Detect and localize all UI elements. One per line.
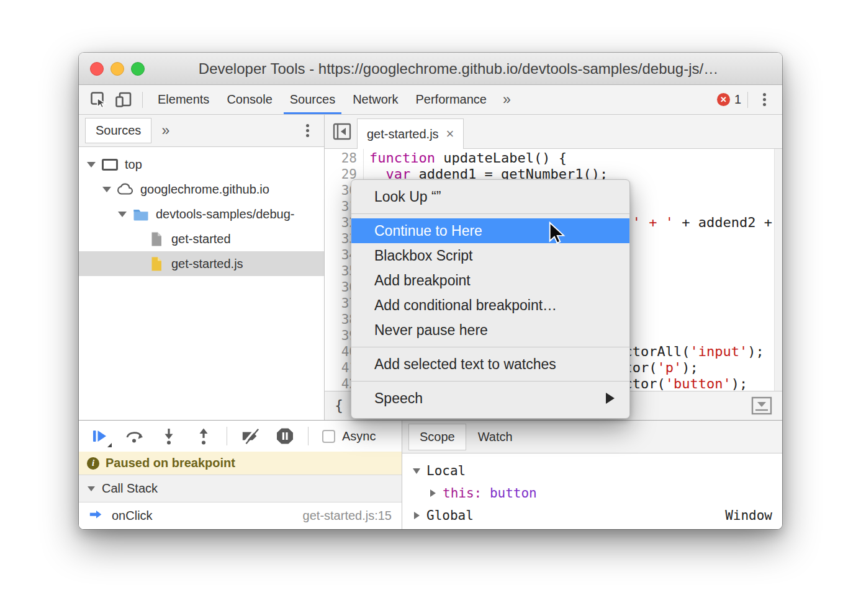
error-badge[interactable]: ✕ 1: [717, 92, 741, 107]
editor-scrollbar[interactable]: [774, 149, 782, 391]
scope-section-label: Global: [426, 508, 474, 523]
file-tree: topgooglechrome.github.iodevtools-sample…: [79, 147, 324, 276]
tree-item-get-started[interactable]: get-started: [79, 226, 324, 251]
menu-item-label: Never pause here: [374, 318, 488, 342]
tree-item-label: devtools-samples/debug-: [156, 207, 294, 221]
submenu-arrow-icon: [606, 393, 615, 404]
navigator-kebab-icon[interactable]: [297, 124, 318, 137]
scope-section-value: Window: [725, 508, 772, 523]
async-checkbox[interactable]: [322, 430, 335, 443]
tree-item-label: top: [125, 158, 142, 172]
devtools-window: Developer Tools - https://googlechrome.g…: [79, 53, 782, 529]
menu-separator: [351, 381, 629, 382]
panel-tab-sources[interactable]: Sources: [281, 85, 344, 114]
debugger-toolbar-divider: [308, 427, 309, 445]
tree-item-devtools-samples-debug[interactable]: devtools-samples/debug-: [79, 202, 324, 226]
chevron-down-icon: [102, 187, 112, 192]
panel-tab-performance[interactable]: Performance: [407, 85, 496, 114]
navigator-header: Sources »: [79, 115, 324, 147]
tree-item-top[interactable]: top: [79, 152, 324, 177]
window-title: Developer Tools - https://googlechrome.g…: [199, 60, 718, 78]
frame-function-name: onClick: [112, 509, 153, 523]
info-icon: i: [87, 457, 99, 470]
error-count: 1: [734, 92, 741, 107]
scope-watch-tabs: Scope Watch: [402, 421, 782, 453]
menu-item-label: Continue to Here: [374, 218, 482, 243]
error-icon: ✕: [717, 93, 730, 106]
menu-item-blackbox-script[interactable]: Blackbox Script: [351, 243, 629, 268]
menu-item-label: Speech: [374, 386, 423, 411]
menu-item-label: Look Up “”: [374, 184, 441, 209]
scope-body: Localthis: buttonGlobalWindow: [402, 453, 782, 529]
close-tab-icon[interactable]: ×: [446, 127, 454, 141]
hide-navigator-icon[interactable]: [332, 122, 352, 144]
file-yellow-icon: [147, 256, 166, 272]
navigator-tab-sources[interactable]: Sources: [85, 118, 151, 143]
file-gray-icon: [147, 231, 166, 247]
paused-banner: i Paused on breakpoint: [79, 452, 402, 475]
chevron-right-icon: [412, 512, 421, 519]
navigator-more-chevron[interactable]: »: [161, 122, 169, 139]
tab-watch[interactable]: Watch: [466, 430, 525, 444]
tree-item-label: get-started: [171, 232, 231, 246]
menu-item-label: Add selected text to watches: [374, 352, 556, 377]
property-name: this:: [443, 486, 482, 501]
step-into-icon[interactable]: [160, 427, 178, 445]
chevron-right-icon: [428, 489, 437, 497]
panel-tab-elements[interactable]: Elements: [149, 85, 218, 114]
more-panels-chevron[interactable]: »: [495, 91, 518, 108]
call-stack-list: onClickget-started.js:15: [79, 502, 402, 529]
toolbar-divider: [142, 92, 143, 108]
titlebar[interactable]: Developer Tools - https://googlechrome.g…: [79, 53, 782, 85]
tree-item-label: get-started.js: [171, 257, 243, 271]
device-toolbar-icon[interactable]: [112, 89, 135, 111]
panel-tab-console[interactable]: Console: [218, 85, 281, 114]
file-tab-label: get-started.js: [367, 127, 439, 141]
menu-item-speech[interactable]: Speech: [351, 386, 629, 411]
close-window-button[interactable]: [90, 62, 104, 76]
property-value: button: [490, 486, 537, 501]
chevron-down-icon: [117, 212, 127, 217]
tree-item-get-started-js[interactable]: get-started.js: [79, 251, 324, 276]
inspect-element-icon[interactable]: [88, 89, 110, 111]
menu-item-continue-to-here[interactable]: Continue to Here: [351, 218, 629, 243]
menu-separator: [351, 347, 629, 347]
mouse-cursor-icon: [546, 221, 567, 246]
code-line[interactable]: function updateLabel() {: [364, 150, 774, 166]
line-number[interactable]: 28: [325, 150, 363, 166]
frame-location: get-started.js:15: [303, 509, 392, 523]
step-out-icon[interactable]: [194, 427, 213, 445]
resume-script-icon[interactable]: [90, 427, 109, 445]
chevron-down-icon: [88, 486, 95, 491]
zoom-window-button[interactable]: [131, 62, 145, 76]
menu-item-never-pause-here[interactable]: Never pause here: [351, 318, 629, 342]
tree-item-googlechrome-github-io[interactable]: googlechrome.github.io: [79, 177, 324, 202]
deactivate-breakpoints-icon[interactable]: [241, 427, 259, 445]
editor-tabbar: get-started.js ×: [325, 115, 782, 149]
file-tab[interactable]: get-started.js ×: [357, 118, 464, 149]
minimize-window-button[interactable]: [110, 62, 124, 76]
main-toolbar: ElementsConsoleSourcesNetworkPerformance…: [79, 85, 782, 115]
call-stack-frame[interactable]: onClickget-started.js:15: [79, 502, 402, 529]
debugger-section: Async i Paused on breakpoint Call Stack …: [79, 420, 782, 529]
menu-separator: [351, 213, 629, 214]
step-over-icon[interactable]: [125, 427, 143, 445]
panel-tab-network[interactable]: Network: [344, 85, 407, 114]
navigator-sidebar: Sources » topgooglechrome.github.iodevto…: [79, 115, 325, 420]
folder-icon: [132, 208, 150, 221]
breakpoint-panel-icon[interactable]: [751, 396, 772, 415]
scope-row-global[interactable]: GlobalWindow: [402, 504, 782, 527]
scope-row-local[interactable]: Local: [402, 460, 782, 482]
menu-item-label: Add breakpoint: [374, 268, 471, 293]
menu-item-add-selected-text-to-watches[interactable]: Add selected text to watches: [351, 352, 629, 377]
scope-row-this[interactable]: this: button: [402, 482, 782, 504]
tab-scope[interactable]: Scope: [408, 424, 466, 450]
kebab-menu-icon[interactable]: [754, 93, 775, 106]
menu-item-add-conditional-breakpoint[interactable]: Add conditional breakpoint…: [351, 293, 629, 318]
cloud-icon: [116, 182, 135, 196]
menu-item-look-up[interactable]: Look Up “”: [351, 184, 629, 209]
call-stack-header[interactable]: Call Stack: [79, 475, 402, 502]
pause-on-exceptions-icon[interactable]: [276, 427, 294, 445]
pretty-print-button[interactable]: {: [335, 398, 343, 414]
menu-item-add-breakpoint[interactable]: Add breakpoint: [351, 268, 629, 293]
